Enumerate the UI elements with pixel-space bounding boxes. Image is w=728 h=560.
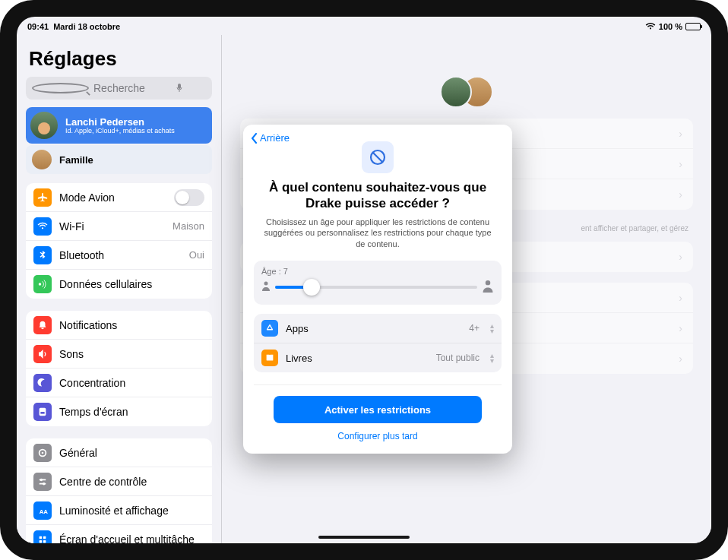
svg-rect-4 [40,412,44,414]
cellular-icon [33,275,52,293]
svg-rect-12 [40,536,43,539]
avatar [30,112,58,139]
airplane-toggle[interactable] [174,189,204,206]
back-label: Arrière [260,132,290,144]
svg-text:AA: AA [40,508,48,514]
content-type-books[interactable]: Livres Tout public ▴▾ [254,343,502,372]
focus-icon [33,374,52,392]
svg-point-10 [43,482,46,485]
chevron-right-icon: › [679,322,682,334]
sidebar-item-value: Maison [173,220,204,232]
search-input[interactable]: Recherche [26,77,212,100]
svg-point-2 [39,283,42,286]
age-slider-card: Âge : 7 [254,261,502,305]
sidebar-item-label: Concentration [59,377,204,389]
svg-point-18 [264,282,268,286]
content-restrictions-modal: Arrière À quel contenu souhaitez-vous qu… [243,125,512,454]
chevron-right-icon: › [679,251,682,263]
content-type-value: 4+ [469,323,480,334]
chevron-left-icon [251,133,258,144]
sidebar-item-focus[interactable]: Concentration [26,369,212,397]
back-button[interactable]: Arrière [251,132,290,144]
sidebar-item-label: Bluetooth [59,249,182,261]
family-avatars [240,76,693,108]
account-sub: Id. Apple, iCloud+, médias et achats [65,128,175,135]
svg-point-19 [486,280,490,285]
slider-thumb[interactable] [303,279,320,296]
sidebar-item-wifi[interactable]: Wi-Fi Maison [26,212,212,241]
sidebar-item-label: Luminosité et affichage [59,505,204,517]
account-name: Lanchi Pedersen [65,116,175,128]
sidebar-item-label: Temps d'écran [59,406,204,418]
person-large-icon [482,279,494,296]
books-icon [261,350,278,366]
gear-icon [33,444,52,462]
sidebar-item-screentime[interactable]: Temps d'écran [26,397,212,426]
content-types-list: Apps 4+ ▴▾ Livres Tout public ▴▾ [254,314,502,372]
content-type-apps[interactable]: Apps 4+ ▴▾ [254,314,502,343]
chevron-right-icon: › [679,353,682,365]
stepper-icon: ▴▾ [490,353,494,363]
sidebar-item-label: Données cellulaires [59,278,204,290]
content-type-label: Apps [286,323,461,334]
sidebar-item-home-screen[interactable]: Écran d'accueil et multitâche [26,525,212,543]
bluetooth-icon [33,246,52,264]
search-placeholder: Recherche [93,82,147,94]
sidebar-item-label: Centre de contrôle [59,476,204,488]
apple-id-row[interactable]: Lanchi Pedersen Id. Apple, iCloud+, médi… [26,107,212,144]
age-slider[interactable] [275,286,477,289]
status-time: 09:41 [27,22,49,31]
activate-restrictions-button[interactable]: Activer les restrictions [274,396,482,423]
family-row[interactable]: Famille [26,145,212,174]
chevron-right-icon: › [679,128,682,140]
settings-title: Réglages [29,47,209,71]
battery-icon [685,23,701,30]
dictation-icon[interactable] [152,83,206,93]
family-label: Famille [59,154,93,166]
sidebar-item-cellular[interactable]: Données cellulaires [26,270,212,299]
svg-rect-0 [178,84,181,89]
screentime-icon [33,403,52,421]
person-small-icon [261,280,271,294]
control-center-icon [33,473,52,491]
sidebar-item-label: Sons [59,348,204,360]
status-date: Mardi 18 octobre [53,22,120,31]
sidebar-item-label: Mode Avion [59,191,166,204]
sidebar-item-label: Wi-Fi [59,220,165,233]
stepper-icon: ▴▾ [490,323,494,334]
display-icon: AA [33,501,52,520]
svg-rect-13 [43,536,46,539]
family-avatar [32,150,52,169]
sidebar-item-display[interactable]: AA Luminosité et affichage [26,496,212,525]
sidebar-item-airplane-mode[interactable]: Mode Avion [26,183,212,212]
content-type-value: Tout public [436,353,480,363]
configure-later-button[interactable]: Configurer plus tard [337,431,417,441]
search-icon [32,83,89,93]
content-type-label: Livres [286,353,429,364]
sidebar-item-general[interactable]: Général [26,438,212,467]
sidebar-item-sounds[interactable]: Sons [26,340,212,369]
modal-subtitle: Choisissez un âge pour appliquer les res… [254,217,502,251]
sidebar-item-value: Oui [189,249,204,261]
airplane-icon [33,188,52,207]
restriction-icon [362,141,394,173]
sidebar-item-notifications[interactable]: Notifications [26,311,212,340]
sounds-icon [33,345,52,363]
notifications-icon [33,316,52,334]
svg-point-9 [40,478,43,481]
sidebar-item-control-center[interactable]: Centre de contrôle [26,467,212,496]
svg-point-6 [42,451,44,454]
age-label: Âge : 7 [261,267,494,276]
home-indicator[interactable] [318,536,410,539]
chevron-right-icon: › [679,188,682,201]
home-screen-icon [33,530,52,543]
battery-text: 100 % [659,22,682,31]
status-bar: 09:41 Mardi 18 octobre 100 % [27,20,701,33]
svg-rect-14 [40,540,43,543]
svg-line-17 [373,153,382,162]
sidebar-item-label: Notifications [59,319,204,331]
modal-title: À quel contenu souhaitez-vous que Drake … [254,179,502,212]
sidebar-item-bluetooth[interactable]: Bluetooth Oui [26,241,212,270]
app-store-icon [261,320,278,337]
chevron-right-icon: › [679,158,682,170]
